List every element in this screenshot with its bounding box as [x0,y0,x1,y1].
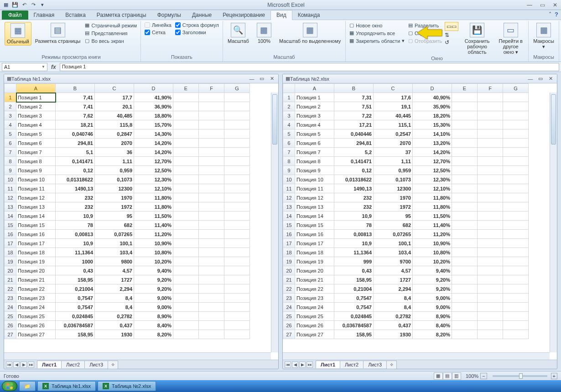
cell[interactable] [478,239,503,248]
cell[interactable] [452,248,478,257]
cell[interactable]: 14,10% [413,129,452,139]
cell[interactable] [199,184,224,193]
cell[interactable]: Позиция 24 [16,303,56,312]
tab-review[interactable]: Рецензирование [217,10,270,20]
spreadsheet-grid[interactable]: ABCDEFG1Позиция 17,4117,741,90%2Позиция … [4,83,250,339]
cell[interactable]: Позиция 5 [295,129,334,139]
cell[interactable] [452,120,478,129]
cell[interactable]: 37 [374,148,413,157]
cell[interactable]: 1972 [95,202,134,211]
cell[interactable] [224,248,250,257]
row-header[interactable]: 4 [283,120,295,129]
cell[interactable]: Позиция 3 [16,111,56,120]
cell[interactable]: 682 [95,221,134,230]
row-header[interactable]: 9 [283,166,295,175]
cell[interactable] [478,321,503,330]
cell[interactable]: 9,40% [134,266,173,275]
sync-scroll-icon[interactable]: ⇅ [445,32,458,38]
cell[interactable] [173,321,199,330]
row-header[interactable]: 19 [283,257,295,266]
cell[interactable]: 8,40% [134,321,173,330]
cell[interactable]: 11,80% [413,202,452,211]
next-sheet-icon[interactable]: ▶ [21,361,27,368]
cell[interactable] [503,303,529,312]
cell[interactable] [452,184,478,193]
cell[interactable]: Позиция 7 [16,148,56,157]
cell[interactable]: 0,00813 [56,230,95,239]
cell[interactable]: 11,40% [134,221,173,230]
cell[interactable]: 1490,13 [56,184,95,193]
cell[interactable] [478,111,503,120]
last-sheet-icon[interactable]: ⏭ [306,361,313,368]
cell[interactable] [224,321,250,330]
row-header[interactable]: 3 [5,111,16,120]
cell[interactable]: Позиция 17 [16,239,56,248]
wb-close-icon[interactable]: ✕ [268,76,275,82]
cell[interactable]: 12300 [374,184,413,193]
cell[interactable]: 19,1 [374,102,413,111]
cell[interactable] [199,221,224,230]
cell[interactable]: Позиция 11 [16,184,56,193]
cell[interactable]: 20,1 [95,102,134,111]
cell[interactable]: 0,141471 [56,157,95,166]
cell[interactable]: 40,485 [95,111,134,120]
cell[interactable]: 100,1 [95,239,134,248]
cell[interactable] [199,257,224,266]
cell[interactable]: 7,31 [334,93,374,102]
cell[interactable]: 9,00% [413,303,452,312]
cell[interactable]: Позиция 16 [295,230,334,239]
cell[interactable]: 1490,13 [334,184,374,193]
cell[interactable]: 10,20% [413,257,452,266]
cell[interactable]: Позиция 22 [295,284,334,294]
cell[interactable]: 13,20% [413,139,452,148]
row-header[interactable]: 12 [5,193,16,202]
cell[interactable]: 15,70% [134,120,173,129]
spreadsheet-grid[interactable]: ABCDEFG1Позиция 17,3117,640,90%2Позиция … [283,83,529,339]
cell[interactable] [199,330,224,339]
cell[interactable] [452,275,478,284]
col-header[interactable]: B [56,84,95,93]
cell[interactable] [503,120,529,129]
row-header[interactable]: 16 [5,230,16,239]
cell[interactable] [199,111,224,120]
cell[interactable] [452,129,478,139]
cell[interactable] [478,148,503,157]
cell[interactable]: 8,4 [95,294,134,303]
row-header[interactable]: 12 [283,193,295,202]
cell[interactable] [173,294,199,303]
cell[interactable] [503,175,529,184]
cell[interactable]: 0,959 [374,166,413,175]
cell[interactable]: 11,20% [134,230,173,239]
first-sheet-icon[interactable]: ⏮ [285,361,291,368]
cell[interactable]: 10,9 [334,239,374,248]
cell[interactable] [478,157,503,166]
sidebyside-icon[interactable]: ▭▭ [445,22,458,31]
cell[interactable] [478,275,503,284]
col-header[interactable]: A [16,84,56,93]
row-header[interactable]: 11 [283,184,295,193]
cell[interactable] [224,202,250,211]
cell[interactable]: 18,21 [56,120,95,129]
cell[interactable]: 0,43 [56,266,95,275]
cell[interactable] [199,321,224,330]
cell[interactable]: 35,90% [413,102,452,111]
cell[interactable] [503,257,529,266]
cell[interactable] [478,248,503,257]
col-header[interactable]: F [478,84,503,93]
cell[interactable] [452,266,478,275]
cell[interactable]: 682 [374,221,413,230]
cell[interactable]: Позиция 25 [16,312,56,321]
reset-pos-icon[interactable]: ↺ [445,39,458,46]
prev-sheet-icon[interactable]: ◀ [13,361,20,368]
cell[interactable]: 8,4 [374,294,413,303]
cell[interactable]: 0,141471 [334,157,374,166]
cell[interactable]: 0,21004 [56,284,95,294]
cell[interactable]: 9700 [374,257,413,266]
cell[interactable]: 36 [95,148,134,157]
ruler-checkbox[interactable]: Линейка [144,22,172,28]
row-header[interactable]: 14 [5,211,16,221]
cell[interactable]: Позиция 26 [16,321,56,330]
cell[interactable]: Позиция 22 [16,284,56,294]
cell[interactable]: Позиция 15 [295,221,334,230]
cell[interactable] [224,266,250,275]
